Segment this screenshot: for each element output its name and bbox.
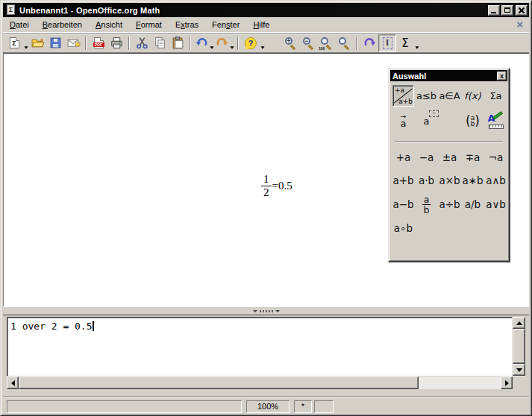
- zoom-100-button[interactable]: 100: [317, 35, 335, 51]
- category-relations[interactable]: a≤b: [415, 83, 438, 107]
- menu-fenster[interactable]: Fenster: [205, 18, 246, 32]
- scroll-left-button[interactable]: [7, 376, 19, 389]
- category-brackets[interactable]: ( a b ): [461, 109, 484, 133]
- symbol-a-plus-b[interactable]: a+b: [392, 168, 415, 192]
- symbol-not-a[interactable]: ¬a: [484, 146, 507, 168]
- menu-format[interactable]: Format: [129, 18, 169, 32]
- fraction-denominator: 2: [261, 186, 272, 199]
- zoom-in-button[interactable]: +: [281, 35, 299, 51]
- symbol-a-ast-b[interactable]: a∗b: [461, 168, 484, 192]
- redo-arrow-icon: [215, 36, 229, 50]
- symbol-a-div-b[interactable]: a÷b: [438, 192, 461, 217]
- status-extra-field: [314, 400, 334, 413]
- new-formula-button[interactable]: Σ: [5, 35, 23, 51]
- symbol-minusplus-a[interactable]: ∓a: [461, 146, 484, 168]
- operators-icon: Σa: [489, 90, 501, 101]
- app-icon: Σ: [5, 4, 16, 16]
- category-misc[interactable]: a ···: [415, 109, 438, 133]
- open-button[interactable]: [28, 35, 46, 51]
- fraction-numerator: 1: [261, 173, 272, 186]
- help-button[interactable]: ?: [242, 35, 260, 51]
- category-empty-slot: [438, 109, 461, 133]
- window-splitter[interactable]: [3, 306, 529, 315]
- toolbar-separator: [356, 37, 357, 50]
- new-dropdown-icon[interactable]: [24, 46, 28, 48]
- symbol-a-and-b[interactable]: a∧b: [484, 168, 507, 192]
- formula-cursor-icon: I: [383, 37, 392, 49]
- fraction: 1 2: [261, 173, 272, 199]
- category-attributes[interactable]: → a: [392, 109, 415, 133]
- scroll-down-button[interactable]: [513, 364, 525, 376]
- redo-dropdown-icon[interactable]: [230, 46, 234, 48]
- titlebar: Σ Unbenannt1 - OpenOffice.org Math: [3, 3, 529, 17]
- scroll-right-button[interactable]: [501, 376, 513, 389]
- toolbar-overflow-icon[interactable]: [260, 46, 264, 48]
- horizontal-scroll-thumb[interactable]: [19, 376, 419, 389]
- symbol-a-cdot-b[interactable]: a·b: [415, 168, 438, 192]
- arrow-down-icon: [516, 368, 522, 372]
- cut-button[interactable]: [133, 35, 151, 51]
- category-unary-binary-operators[interactable]: +a a+b: [392, 83, 415, 107]
- email-button[interactable]: [64, 35, 82, 51]
- paste-button[interactable]: [169, 35, 187, 51]
- palette-titlebar[interactable]: Auswahl x: [390, 70, 507, 81]
- symbol-a-circ-b[interactable]: a∘b: [392, 217, 415, 239]
- command-input[interactable]: 1 over 2 = 0.5: [7, 317, 513, 376]
- undo-dropdown-icon[interactable]: [210, 46, 213, 48]
- command-horizontal-scrollbar[interactable]: [7, 376, 513, 389]
- vertical-scroll-thumb[interactable]: [513, 329, 525, 364]
- zoom-full-icon: [337, 37, 351, 50]
- copy-button[interactable]: [151, 35, 169, 51]
- pdf-document-icon: PDF: [94, 37, 104, 48]
- toolbar-separator: [237, 37, 239, 50]
- refresh-button[interactable]: [360, 35, 378, 51]
- email-envelope-icon: [66, 36, 81, 50]
- symbol-a-minus-b[interactable]: a−b: [392, 192, 415, 217]
- symbols-catalog-button[interactable]: Σ: [396, 35, 414, 51]
- print-button[interactable]: [107, 35, 125, 51]
- scroll-up-button[interactable]: [513, 317, 525, 329]
- menu-hilfe[interactable]: Hilfe: [246, 18, 276, 32]
- palette-close-button[interactable]: x: [497, 72, 507, 81]
- symbol-a-times-b[interactable]: a×b: [438, 168, 461, 192]
- menu-extras[interactable]: Extras: [169, 18, 205, 32]
- symbol-plusminus-a[interactable]: ±a: [438, 146, 461, 168]
- arrow-right-icon: [505, 380, 509, 386]
- category-set-operations[interactable]: a∈A: [438, 83, 461, 107]
- symbol-minus-a[interactable]: −a: [415, 146, 438, 168]
- close-document-icon[interactable]: ×: [516, 18, 523, 31]
- formula-cursor-button[interactable]: I: [378, 34, 396, 52]
- text-cursor: [93, 321, 94, 331]
- undo-button[interactable]: [194, 35, 209, 51]
- menu-bearbeiten[interactable]: Bearbeiten: [36, 18, 89, 32]
- symbol-a-slash-b[interactable]: a/b: [461, 192, 484, 217]
- menu-ansicht[interactable]: Ansicht: [89, 18, 129, 32]
- symbol-a-or-b[interactable]: a∨b: [484, 192, 507, 217]
- symbol-plus-a[interactable]: +a: [392, 146, 415, 168]
- save-button[interactable]: [46, 35, 64, 51]
- export-pdf-button[interactable]: PDF: [90, 35, 107, 51]
- statusbar: 100% *: [3, 396, 529, 415]
- toolbar-overflow-icon[interactable]: [415, 46, 419, 48]
- selection-palette: Auswahl x +a a+b a≤b a∈A f(x) Σa → a: [388, 68, 510, 262]
- command-text: 1 over 2 = 0.5: [10, 321, 93, 332]
- formula-result: =0.5: [272, 180, 292, 192]
- minimize-button[interactable]: [488, 5, 500, 16]
- save-floppy-icon: [48, 36, 63, 50]
- redo-button[interactable]: [214, 35, 229, 51]
- category-functions[interactable]: f(x): [461, 83, 484, 107]
- functions-icon: f(x): [464, 90, 481, 101]
- close-button[interactable]: [516, 5, 528, 16]
- palette-title: Auswahl: [390, 72, 497, 81]
- category-formats[interactable]: A: [484, 109, 507, 133]
- zoom-full-button[interactable]: [335, 35, 353, 51]
- maximize-button[interactable]: [501, 5, 513, 16]
- command-vertical-scrollbar[interactable]: [513, 317, 525, 376]
- menu-datei[interactable]: Datei: [3, 18, 36, 32]
- symbol-a-over-b[interactable]: a b: [415, 192, 438, 217]
- zoom-out-button[interactable]: −: [299, 35, 317, 51]
- scissors-icon: [135, 36, 149, 50]
- status-zoom-field[interactable]: 100%: [246, 400, 290, 413]
- ruler-icon: [489, 125, 504, 129]
- category-operators[interactable]: Σa: [484, 83, 507, 107]
